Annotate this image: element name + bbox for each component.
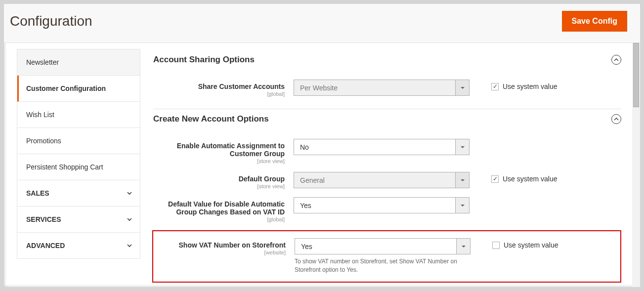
default-disable-auto-group-select[interactable]: Yes xyxy=(294,197,470,213)
field-scope: [global] xyxy=(153,216,285,222)
sidebar-section-label: ADVANCED xyxy=(26,242,65,249)
caret-down-icon xyxy=(455,80,469,95)
select-value: Yes xyxy=(294,202,455,209)
main-content: Account Sharing Options Share Customer A… xyxy=(140,43,632,287)
sidebar-item-wish-list[interactable]: Wish List xyxy=(17,102,140,128)
share-customer-accounts-select: Per Website xyxy=(294,80,470,96)
fieldset-toggle-create-new-account[interactable]: Create New Account Options xyxy=(153,109,621,130)
fieldset-title: Create New Account Options xyxy=(153,114,269,124)
save-config-button[interactable]: Save Config xyxy=(562,11,627,32)
select-value: General xyxy=(294,176,455,184)
sidebar-item-label: Persistent Shopping Cart xyxy=(26,163,103,171)
select-value: Yes xyxy=(295,243,456,250)
sidebar-section-label: SERVICES xyxy=(26,215,61,223)
chevron-down-icon xyxy=(126,216,133,223)
fieldset-title: Account Sharing Options xyxy=(153,55,255,65)
caret-down-icon xyxy=(455,139,469,155)
sidebar-item-newsletter[interactable]: Newsletter xyxy=(17,49,140,76)
sidebar-item-label: Promotions xyxy=(26,137,61,145)
sidebar-item-label: Customer Configuration xyxy=(26,84,106,92)
chevron-down-icon xyxy=(126,190,133,197)
field-row-default-group: Default Group [store view] General xyxy=(153,172,621,189)
field-note: To show VAT number on Storefront, set Sh… xyxy=(295,257,471,275)
sidebar-section-sales[interactable]: SALES xyxy=(17,180,140,207)
field-row-auto-assignment: Enable Automatic Assignment to Customer … xyxy=(153,139,621,164)
select-value: Per Website xyxy=(294,84,455,92)
page-title: Configuration xyxy=(10,13,92,29)
page-header: Configuration Save Config xyxy=(4,4,640,43)
show-vat-number-select[interactable]: Yes xyxy=(295,238,471,254)
scrollbar-thumb[interactable] xyxy=(633,43,639,107)
auto-assignment-select[interactable]: No xyxy=(294,139,470,155)
field-label: Default Value for Disable Automatic Grou… xyxy=(153,200,285,216)
field-label: Share Customer Accounts xyxy=(153,83,285,90)
sidebar: Newsletter Customer Configuration Wish L… xyxy=(4,43,140,287)
caret-down-icon xyxy=(456,239,470,254)
chevron-up-circle-icon xyxy=(611,114,621,124)
fieldset-toggle-account-sharing[interactable]: Account Sharing Options xyxy=(153,50,621,71)
field-scope: [store view] xyxy=(153,158,285,164)
sidebar-section-services[interactable]: SERVICES xyxy=(17,207,140,233)
use-system-value-checkbox[interactable] xyxy=(492,242,500,249)
highlight-show-vat: Show VAT Number on Storefront [website] … xyxy=(152,230,621,283)
field-row-share-customer-accounts: Share Customer Accounts [global] Per Web… xyxy=(153,80,621,97)
select-value: No xyxy=(294,143,455,151)
sidebar-item-customer-configuration[interactable]: Customer Configuration xyxy=(17,76,140,102)
chevron-down-icon xyxy=(126,242,133,249)
field-label: Enable Automatic Assignment to Customer … xyxy=(153,142,285,158)
sidebar-item-label: Newsletter xyxy=(26,58,59,66)
field-row-default-disable-auto-group: Default Value for Disable Automatic Grou… xyxy=(153,197,621,222)
sidebar-item-promotions[interactable]: Promotions xyxy=(17,128,140,154)
field-scope: [store view] xyxy=(153,183,285,189)
sidebar-item-persistent-shopping-cart[interactable]: Persistent Shopping Cart xyxy=(17,154,140,180)
field-scope: [website] xyxy=(153,249,286,255)
use-system-value-checkbox[interactable] xyxy=(491,175,499,183)
caret-down-icon xyxy=(455,172,469,188)
sidebar-section-advanced[interactable]: ADVANCED xyxy=(17,233,140,259)
default-group-select: General xyxy=(294,172,470,188)
scrollbar[interactable] xyxy=(632,43,640,287)
field-label: Default Group xyxy=(153,175,285,183)
field-scope: [global] xyxy=(153,91,285,97)
sidebar-section-label: SALES xyxy=(26,189,49,197)
use-system-value-label[interactable]: Use system value xyxy=(504,241,558,249)
caret-down-icon xyxy=(455,198,469,213)
chevron-up-circle-icon xyxy=(611,55,621,65)
use-system-value-checkbox[interactable] xyxy=(491,83,499,90)
use-system-value-label[interactable]: Use system value xyxy=(503,175,557,183)
sidebar-item-label: Wish List xyxy=(26,111,54,119)
use-system-value-label[interactable]: Use system value xyxy=(503,83,557,90)
field-label: Show VAT Number on Storefront xyxy=(153,241,286,249)
